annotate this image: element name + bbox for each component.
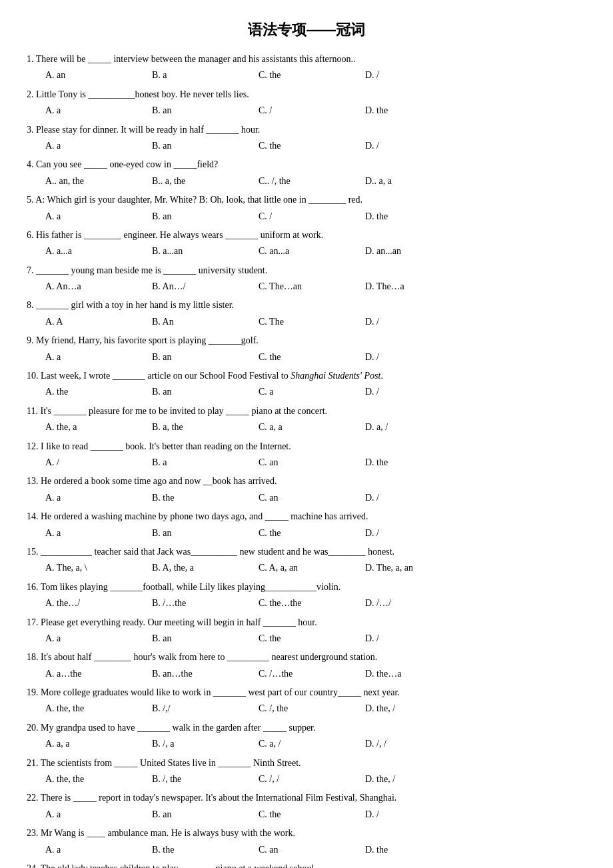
option-item: C. a, / — [259, 737, 365, 751]
option-item: D. / — [365, 491, 472, 505]
question-block: 7. _______ young man beside me is ______… — [27, 263, 586, 295]
question-block: 4. Can you see _____ one-eyed cow in ___… — [27, 157, 586, 189]
question-text: 22. There is _____ report in today's new… — [27, 791, 586, 805]
option-item: B. the — [152, 491, 259, 505]
option-item: D. a, / — [365, 420, 472, 435]
options-row: A. An…aB. An…/C. The…anD. The…a — [27, 279, 586, 294]
option-item: A. a — [45, 843, 152, 857]
question-block: 10. Last week, I wrote _______ article o… — [27, 369, 586, 400]
option-item: C.. /, the — [259, 174, 365, 189]
option-item: B. a, the — [152, 420, 259, 435]
question-text: 12. I like to read _______ book. It's be… — [27, 439, 586, 454]
question-text: 5. A: Which girl is your daughter, Mr. W… — [27, 193, 586, 207]
option-item: B. /,/ — [152, 701, 259, 716]
option-item: D. the — [365, 843, 472, 857]
question-text: 3. Please stay for dinner. It will be re… — [27, 123, 586, 137]
option-item: B. An — [152, 315, 259, 329]
options-row: A. aB. anC. theD. / — [27, 631, 586, 646]
option-item: C. The — [259, 315, 365, 329]
option-item: D. / — [365, 350, 472, 365]
question-text: 16. Tom likes playing _______football, w… — [27, 580, 586, 595]
option-item: A. a — [45, 350, 152, 365]
option-item: B. an — [152, 103, 259, 118]
option-item: C. /, / — [259, 772, 365, 787]
option-item: C. A, a, an — [259, 561, 365, 575]
option-item: A. A — [45, 315, 152, 329]
option-item: D.. a, a — [365, 174, 472, 189]
option-item: D. / — [365, 68, 472, 83]
question-text: 24. The old lady teaches children to pla… — [27, 861, 586, 868]
option-item: B. an…the — [152, 667, 259, 681]
option-item: B. a...an — [152, 244, 259, 259]
option-item: D. The, a, an — [365, 561, 472, 575]
question-block: 9. My friend, Harry, his favorite sport … — [27, 333, 586, 365]
question-text: 6. His father is ________ engineer. He a… — [27, 228, 586, 243]
option-item: A. the, the — [45, 701, 152, 716]
option-item: C. the…the — [259, 596, 365, 611]
options-row: A. aB. anC. theD. / — [27, 139, 586, 153]
option-item: D. /…/ — [365, 596, 472, 611]
option-item: C. /, the — [259, 701, 365, 716]
options-row: A. the, aB. a, theC. a, aD. a, / — [27, 420, 586, 435]
option-item: B. an — [152, 807, 259, 822]
option-item: D. /, / — [365, 737, 472, 751]
option-item: A. the…/ — [45, 596, 152, 611]
question-text: 9. My friend, Harry, his favorite sport … — [27, 333, 586, 348]
option-item: D. the, / — [365, 701, 472, 716]
option-item: A. The, a, \ — [45, 561, 152, 575]
option-item: A. a, a — [45, 737, 152, 751]
option-item: C. the — [259, 68, 365, 83]
options-row: A. aB. theC. anD. the — [27, 843, 586, 857]
option-item: D. / — [365, 385, 472, 399]
page-title: 语法专项——冠词 — [27, 20, 586, 40]
option-item: B. /…the — [152, 596, 259, 611]
option-item: C. a, a — [259, 420, 365, 435]
options-row: A. a…theB. an…theC. /…theD. the…a — [27, 667, 586, 681]
option-item: A. the, a — [45, 420, 152, 435]
option-item: B.. a, the — [152, 174, 259, 189]
question-text: 7. _______ young man beside me is ______… — [27, 263, 586, 278]
options-row: A. a...aB. a...anC. an...aD. an...an — [27, 244, 586, 259]
option-item: C. an — [259, 455, 365, 470]
option-item: B. A, the, a — [152, 561, 259, 575]
question-text: 18. It's about half ________ hour's walk… — [27, 650, 586, 665]
option-item: B. an — [152, 209, 259, 224]
option-item: D. the, / — [365, 772, 472, 787]
option-item: D. / — [365, 526, 472, 541]
question-block: 19. More college graduates would like to… — [27, 685, 586, 717]
option-item: B. the — [152, 843, 259, 857]
option-item: A. a — [45, 631, 152, 646]
option-item: D. / — [365, 631, 472, 646]
question-block: 1. There will be _____ interview between… — [27, 52, 586, 83]
options-row: A. the…/B. /…theC. the…theD. /…/ — [27, 596, 586, 611]
question-block: 18. It's about half ________ hour's walk… — [27, 650, 586, 681]
option-item: A.. an, the — [45, 174, 152, 189]
option-item: D. The…a — [365, 279, 472, 294]
options-row: A. AB. AnC. TheD. / — [27, 315, 586, 329]
options-row: A. aB. anC. theD. / — [27, 807, 586, 822]
options-row: A. the, theB. /,/C. /, theD. the, / — [27, 701, 586, 716]
question-block: 11. It's _______ pleasure for me to be i… — [27, 404, 586, 435]
options-row: A. The, a, \B. A, the, aC. A, a, anD. Th… — [27, 561, 586, 575]
option-item: C. the — [259, 350, 365, 365]
question-text: 14. He ordered a washing machine by phon… — [27, 509, 586, 524]
option-item: A. an — [45, 68, 152, 83]
question-block: 8. _______ girl with a toy in her hand i… — [27, 298, 586, 329]
option-item: B. an — [152, 385, 259, 399]
option-item: A. a — [45, 807, 152, 822]
question-block: 12. I like to read _______ book. It's be… — [27, 439, 586, 471]
question-block: 5. A: Which girl is your daughter, Mr. W… — [27, 193, 586, 224]
option-item: C. / — [259, 209, 365, 224]
options-row: A. anB. aC. theD. / — [27, 68, 586, 83]
questions-container: 1. There will be _____ interview between… — [27, 52, 586, 868]
option-item: B. An…/ — [152, 279, 259, 294]
question-text: 2. Little Tony is __________honest boy. … — [27, 87, 586, 102]
options-row: A. /B. aC. anD. the — [27, 455, 586, 470]
question-block: 2. Little Tony is __________honest boy. … — [27, 87, 586, 119]
question-block: 17. Please get everything ready. Our mee… — [27, 615, 586, 647]
option-item: A. the, the — [45, 772, 152, 787]
question-text: 17. Please get everything ready. Our mee… — [27, 615, 586, 630]
option-item: C. an — [259, 491, 365, 505]
question-block: 3. Please stay for dinner. It will be re… — [27, 123, 586, 154]
option-item: C. / — [259, 103, 365, 118]
